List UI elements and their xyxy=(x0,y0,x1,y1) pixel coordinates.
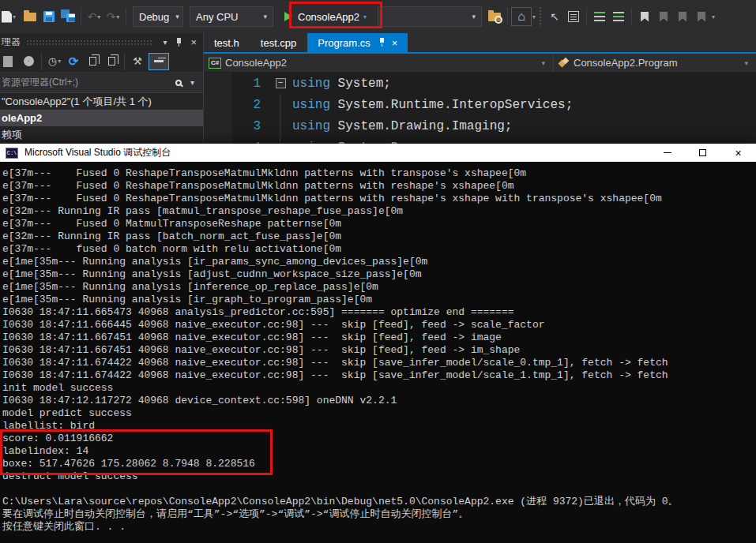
console-output-line: e[32m--- Running IR pass [matmul_transpo… xyxy=(2,205,756,218)
chevron-down-icon[interactable]: ▾ xyxy=(363,13,367,21)
chevron-down-icon[interactable]: ▾ xyxy=(97,13,100,21)
properties-button[interactable]: ⚒ xyxy=(128,53,147,70)
search-icon[interactable] xyxy=(175,80,182,86)
indent-guide xyxy=(280,94,280,115)
clear-bookmarks-button[interactable] xyxy=(693,6,710,27)
console-output-line: C:\Users\Lara\source\repos\ConsoleApp2\C… xyxy=(2,496,756,508)
chevron-down-icon: ▾ xyxy=(466,13,476,21)
increase-indent-button[interactable] xyxy=(610,6,627,27)
editor-tab[interactable]: test.h × xyxy=(204,33,250,52)
maximize-button[interactable] xyxy=(685,144,720,162)
console-output-line: e[1me[35m--- Running analysis [ir_graph_… xyxy=(2,294,756,306)
pending-changes-filter-button[interactable]: ◷▾ xyxy=(45,53,64,70)
editor-tab[interactable]: test.cpp × xyxy=(250,33,307,52)
console-output-line: 要在调试停止时自动关闭控制台，请启用“工具”->“选项”->“调试”->“调试停… xyxy=(2,508,756,521)
breakpoint-gutter[interactable] xyxy=(204,94,232,115)
pin-icon[interactable] xyxy=(175,37,182,47)
console-output-line: I0630 18:47:12.117272 40968 device_conte… xyxy=(2,395,756,407)
fold-indicator[interactable]: − xyxy=(273,73,288,94)
type-dropdown[interactable]: ConsoleApp2.Program ▾ xyxy=(553,54,756,72)
all-files-button[interactable] xyxy=(19,53,38,70)
console-output-line: e[37m--- Fused 0 ReshapeTransposeMatmulM… xyxy=(2,193,756,205)
type-name: ConsoleApp2.Program xyxy=(574,57,678,69)
fold-indicator[interactable]: − xyxy=(273,137,288,144)
open-folder-icon xyxy=(24,13,36,21)
solution-tree-row[interactable]: 赖项 xyxy=(0,126,203,143)
redo-button[interactable]: ↷▾ xyxy=(104,6,122,27)
toggle-bookmark-button[interactable] xyxy=(636,6,653,27)
find-in-files-button[interactable] xyxy=(486,6,503,27)
quick-search-combo[interactable]: ▾ xyxy=(378,6,482,27)
run-target-label: ConsoleApp2 xyxy=(298,11,359,23)
minimize-button[interactable] xyxy=(649,144,685,162)
chevron-down-icon[interactable]: ▾ xyxy=(58,58,61,65)
breakpoint-gutter[interactable] xyxy=(204,137,232,144)
platform-dropdown[interactable]: Any CPU ▾ xyxy=(190,6,273,27)
decrease-indent-button[interactable] xyxy=(591,6,608,27)
code-line[interactable]: 3 − using System.Drawing.Imaging; xyxy=(204,115,756,137)
chevron-down-icon: ▾ xyxy=(541,59,550,67)
sync-active-document-button[interactable]: ⌂ xyxy=(511,7,532,26)
panel-drag-texture[interactable] xyxy=(26,39,153,45)
new-file-button[interactable]: ▾ xyxy=(2,6,20,27)
document-outline-button[interactable] xyxy=(565,6,582,27)
next-bookmark-button[interactable] xyxy=(674,6,691,27)
chevron-down-icon[interactable]: ▾ xyxy=(13,13,16,21)
close-window-button[interactable]: × xyxy=(720,144,756,162)
code-editor[interactable]: 1 − using System; 2 − using System.Runti… xyxy=(204,73,756,144)
pointer-icon: ↖ xyxy=(550,10,559,23)
console-output-line: I0630 18:47:11.665473 40968 analysis_pre… xyxy=(2,306,756,319)
indent-guide xyxy=(280,137,280,144)
console-title-bar[interactable]: C:\ Microsoft Visual Studio 调试控制台 × xyxy=(0,144,756,162)
preview-selected-items-button[interactable] xyxy=(149,53,169,70)
chevron-down-icon[interactable]: ▾ xyxy=(712,13,715,21)
console-output-line: e[1me[35m--- Running analysis [inference… xyxy=(2,281,756,294)
solution-explorer-panel: 理器 ▾ × ◷▾ ⟳ ⚒ 资源管理器(Ctrl+;) ▾ xyxy=(0,33,204,144)
console-window-title: Microsoft Visual Studio 调试控制台 xyxy=(24,146,171,159)
code-line[interactable]: 2 − using System.Runtime.InteropServices… xyxy=(204,94,756,115)
close-tab-icon[interactable]: × xyxy=(392,37,398,49)
previous-bookmark-button[interactable] xyxy=(655,6,672,27)
chevron-down-icon[interactable]: ▾ xyxy=(532,13,536,21)
solution-tree-row[interactable]: "ConsoleApp2"(1 个项目/共 1 个) xyxy=(0,93,203,110)
toolbar-drag-handle[interactable] xyxy=(539,6,542,27)
fold-indicator[interactable]: − xyxy=(273,115,288,137)
fold-indicator[interactable]: − xyxy=(273,94,288,115)
solution-tree-row[interactable]: oleApp2 xyxy=(0,110,203,126)
solution-tree: "ConsoleApp2"(1 个项目/共 1 个) oleApp2 赖项 xyxy=(0,93,203,143)
toolbar-separator xyxy=(41,53,42,70)
clock-icon: ◷ xyxy=(48,55,57,67)
editor-tab[interactable]: Program.cs × xyxy=(307,33,408,52)
console-output-line: e[37m--- fused 0 batch norm with relu ac… xyxy=(2,243,756,256)
configuration-dropdown[interactable]: Debug ▾ xyxy=(133,6,183,27)
open-file-button[interactable] xyxy=(21,6,39,27)
window-controls: × xyxy=(649,144,756,162)
code-line[interactable]: 4 − using System.Draw xyxy=(204,137,756,144)
save-all-button[interactable] xyxy=(59,6,77,27)
tree-row-label: 赖项 xyxy=(2,128,22,142)
console-output-line: 按任意键关闭此窗口. . . xyxy=(2,521,756,534)
breakpoint-gutter[interactable] xyxy=(204,73,232,94)
console-output-line: I0630 18:47:11.674422 40968 naive_execut… xyxy=(2,357,756,369)
collapse-all-button[interactable] xyxy=(83,53,102,70)
solution-search-box[interactable]: 资源管理器(Ctrl+;) ▾ xyxy=(0,73,203,93)
editor-navigation-bar: C# ConsoleApp2 ▾ ConsoleApp2.Program ▾ xyxy=(204,54,756,73)
code-line[interactable]: 1 − using System; xyxy=(204,73,756,94)
pin-icon[interactable] xyxy=(378,38,386,47)
main-toolbar: ▾ ↶▾ ↷▾ Debug ▾ Any CPU ▾ ConsoleApp2 ▾ … xyxy=(0,0,756,33)
show-all-files-button[interactable] xyxy=(102,53,121,70)
chevron-down-icon[interactable]: ▾ xyxy=(116,13,119,21)
console-output-line: labellist: bird xyxy=(2,420,756,433)
chevron-down-icon[interactable]: ▾ xyxy=(190,78,194,87)
navigate-to-button[interactable]: ↖ xyxy=(546,6,563,27)
close-icon[interactable]: × xyxy=(190,36,197,48)
document-icon xyxy=(3,56,13,67)
refresh-button[interactable]: ⟳ xyxy=(64,53,83,70)
switch-views-button[interactable] xyxy=(0,53,19,70)
breakpoint-gutter[interactable] xyxy=(204,115,232,137)
save-button[interactable] xyxy=(40,6,58,27)
start-debugging-button[interactable]: ConsoleApp2 ▾ xyxy=(278,6,373,28)
chevron-down-icon[interactable]: ▾ xyxy=(163,38,167,47)
project-dropdown[interactable]: C# ConsoleApp2 ▾ xyxy=(204,54,553,72)
undo-button[interactable]: ↶▾ xyxy=(85,6,103,27)
